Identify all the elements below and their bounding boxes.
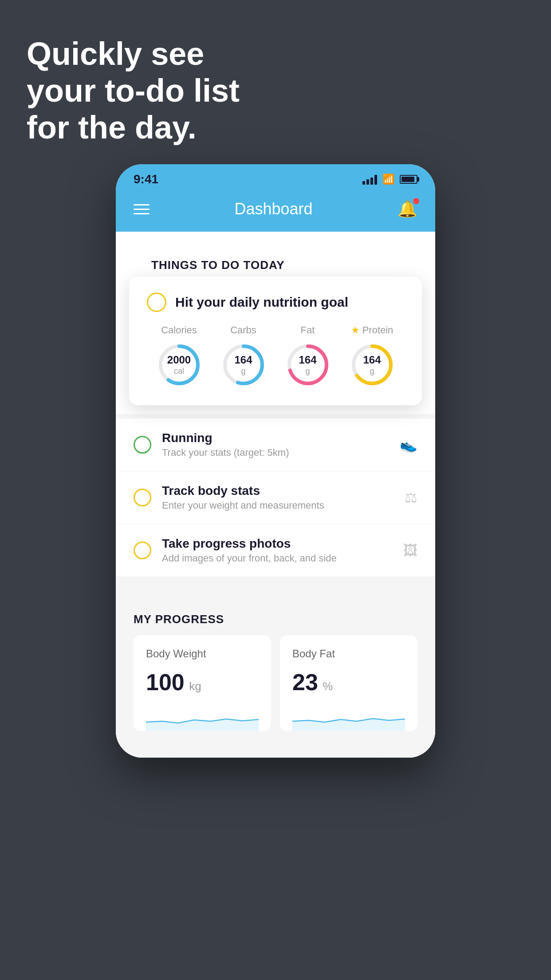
wifi-icon: 📶 <box>382 174 394 185</box>
calories-ring: 2000 cal <box>155 340 204 389</box>
star-icon: ★ <box>351 324 360 336</box>
progress-section-title: MY PROGRESS <box>134 612 417 626</box>
body-weight-value: 100 <box>146 669 185 695</box>
todo-text-body-stats: Track body stats Enter your weight and m… <box>162 484 394 511</box>
nutrition-circles: Calories 2000 cal <box>147 324 404 389</box>
notification-button[interactable]: 🔔 <box>398 200 417 218</box>
protein-label: ★ Protein <box>351 324 394 336</box>
carbs-ring: 164 g <box>219 340 268 389</box>
body-fat-title: Body Fat <box>292 648 405 660</box>
body-weight-title: Body Weight <box>146 648 259 660</box>
todo-item-photos[interactable]: Take progress photos Add images of your … <box>116 524 435 577</box>
hero-text: Quickly see your to-do list for the day. <box>27 36 240 146</box>
status-time: 9:41 <box>134 172 158 186</box>
todo-circle-nutrition <box>147 292 166 312</box>
nutrition-fat: Fat 164 g <box>283 324 332 389</box>
todo-circle-running <box>134 436 151 454</box>
nutrition-card-title: Hit your daily nutrition goal <box>175 295 348 310</box>
todo-text-running: Running Track your stats (target: 5km) <box>162 431 389 458</box>
nutrition-card[interactable]: Hit your daily nutrition goal Calories <box>129 277 422 405</box>
nutrition-carbs: Carbs 164 g <box>219 324 268 389</box>
header-title: Dashboard <box>234 200 312 218</box>
progress-cards: Body Weight 100 kg Body Fat <box>134 635 417 731</box>
nutrition-calories: Calories 2000 cal <box>155 324 204 389</box>
menu-button[interactable] <box>134 204 150 214</box>
progress-section: MY PROGRESS Body Weight 100 kg <box>116 595 435 740</box>
status-bar: 9:41 📶 <box>116 164 435 191</box>
body-fat-sparkline <box>292 704 405 731</box>
status-icons: 📶 <box>362 174 417 185</box>
body-weight-unit: kg <box>189 680 201 693</box>
notification-badge <box>413 198 419 204</box>
scale-icon: ⚖ <box>405 489 417 506</box>
todo-list: Running Track your stats (target: 5km) 👟… <box>116 419 435 577</box>
body-fat-value: 23 <box>292 669 318 695</box>
todo-item-body-stats[interactable]: Track body stats Enter your weight and m… <box>116 471 435 524</box>
section-title-todo: THINGS TO DO TODAY <box>134 245 417 277</box>
todo-text-photos: Take progress photos Add images of your … <box>162 537 393 564</box>
todo-circle-photos <box>134 541 151 559</box>
todo-item-running[interactable]: Running Track your stats (target: 5km) 👟 <box>116 419 435 471</box>
signal-icon <box>362 174 377 185</box>
protein-ring: 164 g <box>348 340 397 389</box>
running-icon: 👟 <box>400 436 417 453</box>
photo-icon: 🖼 <box>403 542 417 559</box>
calories-label: Calories <box>161 324 197 336</box>
body-weight-sparkline <box>146 704 259 731</box>
fat-label: Fat <box>301 324 315 336</box>
body-fat-unit: % <box>323 680 333 693</box>
body-weight-card[interactable]: Body Weight 100 kg <box>134 635 271 731</box>
body-fat-card[interactable]: Body Fat 23 % <box>280 635 417 731</box>
content-area: THINGS TO DO TODAY Hit your daily nutrit… <box>116 232 435 758</box>
todo-circle-body-stats <box>134 489 151 506</box>
battery-icon <box>400 175 417 184</box>
nutrition-protein: ★ Protein 164 g <box>348 324 397 389</box>
fat-ring: 164 g <box>283 340 332 389</box>
carbs-label: Carbs <box>230 324 256 336</box>
phone-mockup: 9:41 📶 Dashboard 🔔 THINGS TO DO TODAY <box>116 164 435 758</box>
app-header: Dashboard 🔔 <box>116 191 435 232</box>
